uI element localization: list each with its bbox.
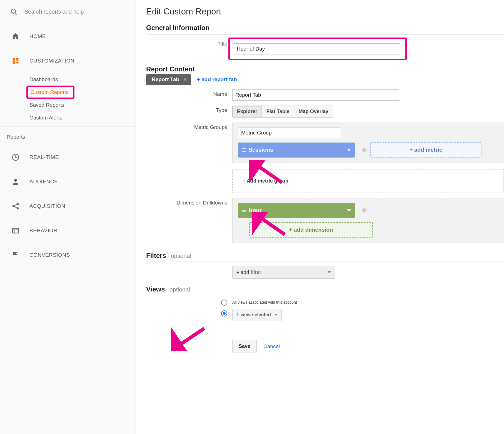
layout-icon	[10, 225, 21, 236]
clock-icon	[10, 152, 21, 163]
save-button[interactable]: Save	[232, 340, 257, 353]
nav-conversions[interactable]: CONVERSIONS	[0, 243, 136, 267]
row-title: Title	[146, 39, 504, 60]
svg-point-8	[17, 203, 19, 205]
title-label: Title	[146, 39, 232, 47]
svg-rect-2	[13, 58, 15, 61]
drag-handle-icon[interactable]	[241, 209, 246, 212]
filters-heading: Filters	[146, 252, 166, 259]
nav-acquisition[interactable]: ACQUISITION	[0, 194, 136, 218]
type-explorer-button[interactable]: Explorer	[232, 106, 262, 118]
metric-groups-label: Metric Groups	[146, 123, 232, 130]
type-flattable-button[interactable]: Flat Table	[262, 106, 294, 118]
section-general: General Information	[146, 24, 504, 35]
nav-sub-custom-reports[interactable]: Custom Reports	[28, 88, 71, 97]
add-dimension-button[interactable]: + add dimension	[249, 222, 373, 238]
title-input[interactable]	[234, 43, 400, 54]
views-heading: Views	[146, 285, 165, 293]
search-input[interactable]	[24, 9, 126, 15]
highlight-title-box	[228, 38, 407, 60]
main-content: Edit Custom Report General Information T…	[136, 0, 504, 434]
drag-handle-icon[interactable]	[241, 148, 246, 152]
view-selected-label: 1 view selected	[236, 312, 271, 318]
divider	[0, 126, 136, 127]
svg-line-1	[15, 13, 17, 14]
chevron-down-icon[interactable]	[347, 209, 351, 212]
reports-section-label: Reports	[0, 131, 136, 145]
svg-rect-10	[13, 228, 19, 233]
svg-point-6	[14, 179, 17, 182]
row-name: Name	[146, 89, 504, 101]
type-label: Type	[146, 106, 232, 113]
customization-icon	[10, 55, 21, 66]
row-views-selected: 1 view selected	[146, 309, 504, 321]
nav-sub-saved-reports[interactable]: Saved Reports	[0, 99, 136, 111]
svg-point-9	[17, 207, 19, 209]
tab-label: Report Tab	[152, 76, 179, 83]
view-selected-dropdown[interactable]: 1 view selected	[232, 309, 282, 321]
nav-realtime[interactable]: REAL-TIME	[0, 145, 136, 169]
radio-all-views[interactable]	[221, 300, 227, 306]
svg-point-0	[11, 9, 16, 13]
app-root: HOME CUSTOMIZATION Dashboards Custom Rep…	[0, 0, 504, 434]
home-icon	[10, 31, 21, 42]
svg-rect-3	[16, 58, 18, 61]
row-filters: + add filter	[146, 266, 504, 279]
type-mapoverlay-button[interactable]: Map Overlay	[294, 106, 333, 118]
add-filter-label: + add filter	[236, 270, 261, 275]
remove-metric-button[interactable]	[361, 147, 367, 153]
nav-sub-dashboards[interactable]: Dashboards	[0, 73, 136, 86]
highlight-custom-reports: Custom Reports	[27, 86, 74, 98]
metric-chip-sessions[interactable]: Sessions	[238, 143, 355, 158]
metric-group-name-input[interactable]	[238, 127, 341, 138]
nav-home[interactable]: HOME	[0, 24, 136, 49]
dim-label: Dimension Drilldowns	[146, 198, 232, 206]
content-heading: Report Content	[146, 65, 504, 73]
sidebar: HOME CUSTOMIZATION Dashboards Custom Rep…	[0, 0, 136, 434]
row-views-all: All views associated with this account	[146, 300, 504, 307]
row-dimension-drilldowns: Dimension Drilldowns Hour	[146, 198, 504, 243]
nav-customization[interactable]: CUSTOMIZATION	[0, 49, 136, 73]
add-filter-button[interactable]: + add filter	[232, 266, 335, 279]
type-button-group: Explorer Flat Table Map Overlay	[232, 106, 333, 118]
dimension-chip-hour[interactable]: Hour	[238, 203, 355, 218]
remove-dimension-button[interactable]	[361, 208, 367, 213]
chevron-down-icon[interactable]	[347, 149, 351, 151]
page-title: Edit Custom Report	[146, 7, 504, 17]
add-metric-button[interactable]: + add metric	[370, 142, 481, 158]
row-metric-groups: Metric Groups Sessions	[146, 123, 504, 193]
section-views: Views - optional	[146, 285, 504, 295]
chevron-down-icon	[274, 314, 278, 316]
add-metric-group-button[interactable]: + Add metric group	[238, 175, 293, 187]
section-filters: Filters - optional	[146, 252, 504, 261]
cancel-link[interactable]: Cancel	[263, 343, 280, 350]
nav-audience[interactable]: AUDIENCE	[0, 169, 136, 194]
chevron-down-icon	[328, 271, 331, 273]
add-report-tab-link[interactable]: + add report tab	[197, 76, 237, 83]
general-heading: General Information	[146, 24, 504, 32]
tab-report-tab[interactable]: Report Tab	[146, 74, 191, 85]
nav-behavior[interactable]: BEHAVIOR	[0, 218, 136, 243]
row-actions: Save Cancel	[146, 326, 504, 353]
share-icon	[10, 201, 21, 212]
views-suffix: - optional	[166, 286, 190, 293]
nav-home-label: HOME	[29, 33, 46, 39]
filters-suffix: - optional	[167, 253, 191, 259]
person-icon	[10, 176, 21, 187]
nav-sub-custom-alerts[interactable]: Custom Alerts	[0, 111, 136, 124]
views-all-label: All views associated with this account	[232, 300, 297, 305]
radio-selected-view[interactable]	[221, 310, 227, 316]
name-label: Name	[146, 89, 232, 97]
metric-chip-label: Sessions	[249, 147, 273, 153]
search-icon	[10, 8, 18, 16]
name-input[interactable]	[232, 89, 399, 101]
dimension-box: Hour + add dimension	[232, 198, 504, 243]
close-icon[interactable]	[183, 78, 187, 81]
metric-group-box: Sessions + add metric	[232, 123, 504, 163]
search-row	[0, 0, 136, 24]
svg-rect-4	[13, 61, 15, 64]
flag-icon	[10, 250, 21, 261]
dimension-chip-label: Hour	[249, 207, 262, 214]
row-type: Type Explorer Flat Table Map Overlay	[146, 106, 504, 118]
add-metric-group-box: + Add metric group	[232, 169, 504, 193]
